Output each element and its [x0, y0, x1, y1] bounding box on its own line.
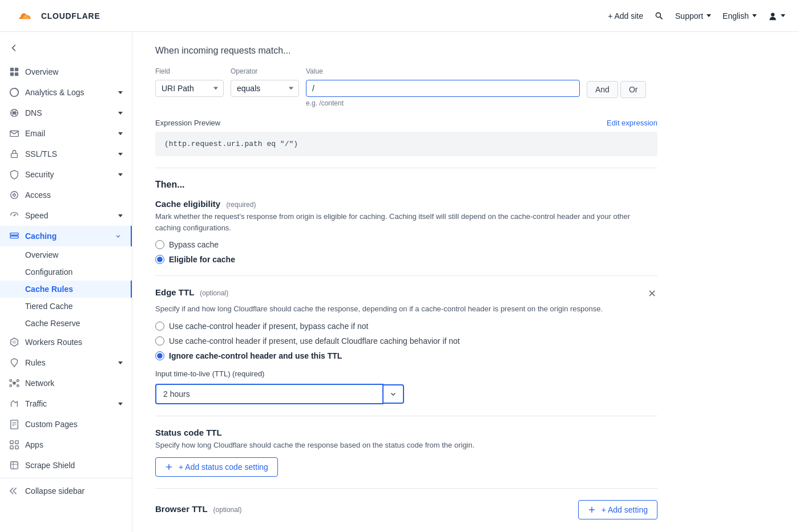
sidebar-item-dns[interactable]: DNS: [0, 103, 132, 123]
browser-ttl-header: Browser TTL (optional) + Add setting: [155, 500, 657, 519]
workers-icon: [9, 337, 19, 347]
cf-logo[interactable]: CLOUDFLARE: [14, 8, 100, 24]
security-icon: [9, 169, 19, 180]
cf-logo-icon: [14, 8, 37, 24]
sidebar-item-rules-label: Rules: [25, 358, 111, 367]
sidebar-item-analytics[interactable]: Analytics & Logs: [0, 82, 132, 103]
custom-pages-icon: [9, 419, 19, 429]
sidebar-item-speed[interactable]: Speed: [0, 205, 132, 226]
add-status-code-button[interactable]: + Add status code setting: [155, 457, 278, 477]
eligible-cache-label: Eligible for cache: [169, 255, 235, 264]
sidebar-item-custom-pages[interactable]: Custom Pages: [0, 414, 132, 434]
use-cc-default-option[interactable]: Use cache-control header if present, use…: [155, 336, 657, 346]
field-label: Field: [155, 67, 224, 75]
rules-icon: [9, 358, 19, 368]
svg-rect-5: [10, 72, 14, 76]
sidebar-item-network[interactable]: Network: [0, 373, 132, 393]
field-select[interactable]: URI Path: [155, 80, 224, 97]
sidebar-sub-caching-configuration[interactable]: Configuration: [0, 263, 132, 281]
sidebar-item-access[interactable]: Access: [0, 185, 132, 205]
svg-rect-17: [10, 236, 18, 238]
sidebar-item-security-label: Security: [25, 170, 111, 179]
sidebar-item-apps[interactable]: Apps: [0, 434, 132, 455]
svg-rect-33: [10, 441, 13, 444]
brand-area: CLOUDFLARE: [14, 8, 100, 24]
svg-point-22: [13, 381, 15, 384]
add-browser-ttl-icon: [588, 506, 596, 514]
operator-select[interactable]: equals: [231, 80, 299, 97]
ttl-input-section: Input time-to-live (TTL) (required) 2 ho…: [155, 369, 657, 404]
eligible-cache-option[interactable]: Eligible for cache: [155, 255, 657, 264]
edge-ttl-section: Edge TTL (optional) ✕ Specify if and how…: [155, 287, 657, 404]
field-select-wrapper: URI Path: [155, 80, 224, 97]
user-menu-button[interactable]: [768, 11, 785, 21]
ttl-input[interactable]: 2 hours: [155, 384, 384, 404]
svg-rect-36: [15, 446, 18, 449]
edge-ttl-desc: Specify if and how long Cloudflare shoul…: [155, 303, 657, 315]
network-icon: [9, 378, 19, 388]
value-input[interactable]: /: [306, 80, 580, 97]
divider-3: [155, 416, 657, 416]
edge-ttl-header: Edge TTL (optional) ✕: [155, 287, 657, 300]
expression-preview-code: (http.request.uri.path eq "/"): [155, 132, 657, 156]
sidebar-item-overview-label: Overview: [25, 67, 123, 76]
bypass-cache-option[interactable]: Bypass cache: [155, 240, 657, 249]
sidebar-item-security[interactable]: Security: [0, 164, 132, 185]
sidebar-item-caching[interactable]: Caching: [0, 226, 132, 246]
language-chevron-icon: [752, 14, 757, 17]
svg-line-1: [660, 17, 663, 19]
sidebar-item-analytics-label: Analytics & Logs: [25, 88, 111, 97]
brand-name: CLOUDFLARE: [41, 11, 100, 21]
status-code-ttl-section: Status code TTL Specify how long Cloudfl…: [155, 428, 657, 477]
edge-ttl-title: Edge TTL (optional): [155, 287, 228, 297]
sidebar-item-ssl[interactable]: SSL/TLS: [0, 144, 132, 164]
sidebar-item-rules[interactable]: Rules: [0, 352, 132, 373]
bypass-cache-radio[interactable]: [155, 240, 164, 249]
sidebar-sub-cache-rules[interactable]: Cache Rules: [0, 281, 132, 298]
eligible-cache-radio[interactable]: [155, 255, 164, 264]
use-cc-bypass-option[interactable]: Use cache-control header if present, byp…: [155, 322, 657, 331]
sidebar-item-overview[interactable]: Overview: [0, 62, 132, 82]
speed-icon: [9, 210, 19, 221]
and-button[interactable]: And: [587, 81, 618, 98]
divider-2: [155, 275, 657, 276]
sidebar-collapse-button[interactable]: Collapse sidebar: [0, 481, 132, 501]
search-icon: [655, 11, 664, 21]
access-icon: [9, 190, 19, 200]
svg-rect-37: [11, 462, 18, 469]
support-button[interactable]: Support: [675, 11, 711, 21]
svg-point-25: [10, 385, 12, 387]
sidebar-sub-tiered-cache[interactable]: Tiered Cache: [0, 298, 132, 315]
sidebar-item-email-label: Email: [25, 129, 111, 138]
language-button[interactable]: English: [723, 11, 757, 21]
sidebar-item-traffic[interactable]: Traffic: [0, 393, 132, 414]
browser-ttl-title: Browser TTL (optional): [155, 504, 242, 514]
sidebar-sub-caching-overview[interactable]: Overview: [0, 246, 132, 263]
sidebar-sub-cache-reserve[interactable]: Cache Reserve: [0, 315, 132, 332]
content-inner: When incoming requests match... Field UR…: [132, 32, 680, 532]
or-button[interactable]: Or: [620, 81, 647, 98]
operator-label: Operator: [231, 67, 299, 75]
use-cc-default-radio[interactable]: [155, 336, 164, 346]
sidebar-item-workers-routes[interactable]: Workers Routes: [0, 332, 132, 352]
ttl-dropdown-button[interactable]: [384, 384, 404, 404]
expression-preview-label: Expression Preview: [155, 119, 220, 127]
add-site-button[interactable]: + Add site: [608, 11, 643, 21]
cache-eligibility-required-tag: (required): [226, 201, 256, 209]
sidebar-item-scrape-shield[interactable]: Scrape Shield: [0, 455, 132, 476]
divider-1: [155, 168, 657, 168]
edit-expression-link[interactable]: Edit expression: [607, 119, 657, 127]
use-cc-bypass-radio[interactable]: [155, 322, 164, 331]
edge-ttl-close-button[interactable]: ✕: [647, 287, 657, 300]
svg-point-0: [656, 13, 660, 17]
caching-icon: [9, 231, 19, 241]
search-button[interactable]: [655, 11, 664, 21]
add-browser-ttl-button[interactable]: + Add setting: [578, 500, 657, 519]
ignore-cc-radio[interactable]: [155, 351, 164, 360]
ignore-cc-option[interactable]: Ignore cache-control header and use this…: [155, 351, 657, 360]
sidebar-back-button[interactable]: [0, 39, 132, 57]
cache-eligibility-desc: Mark whether the request's response from…: [155, 211, 657, 233]
sidebar-item-email[interactable]: Email: [0, 123, 132, 144]
collapse-icon: [9, 486, 19, 496]
svg-rect-12: [11, 153, 18, 157]
